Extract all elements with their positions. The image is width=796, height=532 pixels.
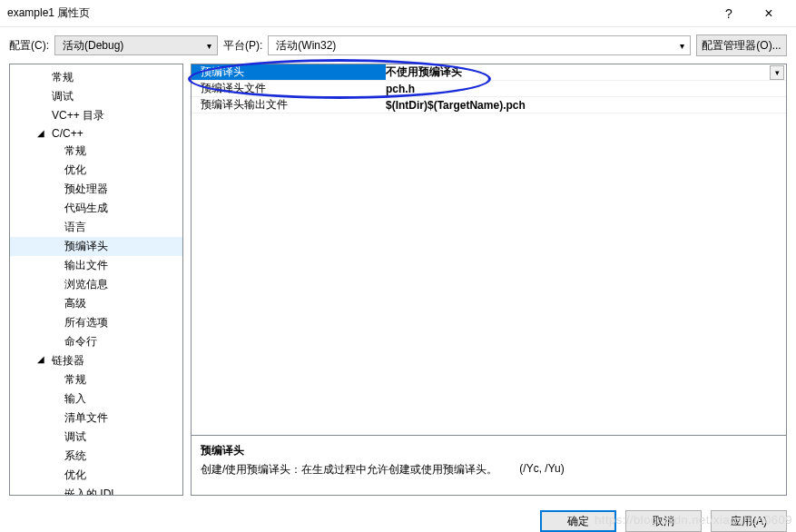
tree-item-label: 常规 <box>52 71 74 84</box>
tree-item-label: 输入 <box>64 392 86 405</box>
tree-item[interactable]: 清单文件 <box>10 409 182 428</box>
config-value: 活动(Debug) <box>63 38 123 54</box>
tree-item[interactable]: 常规 <box>10 142 182 161</box>
tree-item[interactable]: 系统 <box>10 447 182 466</box>
cancel-button[interactable]: 取消 <box>625 510 702 532</box>
config-manager-button[interactable]: 配置管理器(O)... <box>696 34 787 56</box>
platform-label: 平台(P): <box>223 38 262 54</box>
tree-item[interactable]: 浏览信息 <box>10 275 182 294</box>
tree-item[interactable]: 嵌入的 IDL <box>10 485 182 496</box>
tree-item-label: 命令行 <box>64 335 97 348</box>
property-row[interactable]: 预编译头文件pch.h <box>192 81 786 97</box>
property-grid: 预编译头不使用预编译头▾预编译头文件pch.h预编译头输出文件$(IntDir)… <box>192 64 786 435</box>
tree-item[interactable]: 常规 <box>10 68 182 87</box>
tree-item-label: 清单文件 <box>64 411 108 424</box>
tree-item[interactable]: 常规 <box>10 370 182 389</box>
tree-item-label: 高级 <box>64 297 86 310</box>
tree-item-label: 链接器 <box>52 354 84 367</box>
tree-item-label: 常规 <box>64 373 86 386</box>
tree-item-label: 嵌入的 IDL <box>64 488 117 496</box>
tree-item[interactable]: 预编译头 <box>10 237 182 256</box>
platform-value: 活动(Win32) <box>276 38 336 54</box>
property-value[interactable]: 不使用预编译头 <box>386 64 770 80</box>
help-button[interactable]: ? <box>709 0 749 27</box>
tree-item-label: VC++ 目录 <box>52 109 104 122</box>
tree-item-label: 调试 <box>52 90 74 103</box>
tree-item[interactable]: 代码生成 <box>10 199 182 218</box>
close-button[interactable]: × <box>749 0 789 27</box>
tree-item[interactable]: 输入 <box>10 389 182 409</box>
description-flags: (/Yc, /Yu) <box>519 462 564 478</box>
tree-item-label: 常规 <box>64 144 86 157</box>
property-row[interactable]: 预编译头不使用预编译头▾ <box>192 64 786 81</box>
tree-item-label: 所有选项 <box>64 316 108 329</box>
tree-item[interactable]: 高级 <box>10 294 182 313</box>
tree-item[interactable]: 输出文件 <box>10 256 182 275</box>
chevron-down-icon: ▾ <box>207 41 211 51</box>
tree-item[interactable]: 预处理器 <box>10 180 182 199</box>
tree-item-label: 语言 <box>64 221 86 233</box>
tree-item[interactable]: ◢C/C++ <box>10 125 182 142</box>
tree-item[interactable]: 命令行 <box>10 332 182 351</box>
tree-item[interactable]: VC++ 目录 <box>10 106 182 125</box>
property-value[interactable]: pch.h <box>386 83 786 95</box>
tree-item[interactable]: 优化 <box>10 466 182 485</box>
tree-item-label: 代码生成 <box>64 202 108 214</box>
tree-item-label: 输出文件 <box>64 259 108 271</box>
config-combo[interactable]: 活动(Debug) ▾ <box>54 35 218 55</box>
description-panel: 预编译头 创建/使用预编译头：在生成过程中允许创建或使用预编译头。 (/Yc, … <box>192 435 786 495</box>
tree-item-label: 优化 <box>64 468 86 481</box>
tree-item-label: 预处理器 <box>64 182 108 195</box>
category-tree[interactable]: 常规调试VC++ 目录◢C/C++常规优化预处理器代码生成语言预编译头输出文件浏… <box>9 64 183 496</box>
property-row[interactable]: 预编译头输出文件$(IntDir)$(TargetName).pch <box>192 97 786 113</box>
window-title: example1 属性页 <box>7 5 709 21</box>
property-name: 预编译头 <box>192 64 386 80</box>
apply-button[interactable]: 应用(A) <box>711 510 787 532</box>
dropdown-button[interactable]: ▾ <box>770 65 784 80</box>
config-label: 配置(C): <box>9 38 49 54</box>
description-body: 创建/使用预编译头：在生成过程中允许创建或使用预编译头。 <box>201 462 497 478</box>
property-value[interactable]: $(IntDir)$(TargetName).pch <box>386 99 786 112</box>
chevron-down-icon: ▾ <box>680 41 684 51</box>
ok-button[interactable]: 确定 <box>540 510 616 532</box>
tree-item-label: 系统 <box>64 449 86 462</box>
expand-arrow-icon: ◢ <box>37 354 44 364</box>
tree-item-label: 浏览信息 <box>64 278 108 291</box>
tree-item-label: C/C++ <box>52 127 84 140</box>
expand-arrow-icon: ◢ <box>37 128 44 138</box>
tree-item[interactable]: 优化 <box>10 161 182 180</box>
tree-item-label: 调试 <box>64 430 86 443</box>
tree-item[interactable]: 调试 <box>10 428 182 447</box>
tree-item[interactable]: 语言 <box>10 218 182 237</box>
tree-item[interactable]: ◢链接器 <box>10 351 182 370</box>
property-name: 预编译头文件 <box>192 81 386 96</box>
platform-combo[interactable]: 活动(Win32) ▾ <box>268 35 691 55</box>
tree-item-label: 预编译头 <box>64 240 108 252</box>
tree-item[interactable]: 调试 <box>10 87 182 106</box>
description-title: 预编译头 <box>201 443 777 458</box>
property-name: 预编译头输出文件 <box>192 97 386 113</box>
tree-item-label: 优化 <box>64 163 86 176</box>
tree-item[interactable]: 所有选项 <box>10 313 182 332</box>
